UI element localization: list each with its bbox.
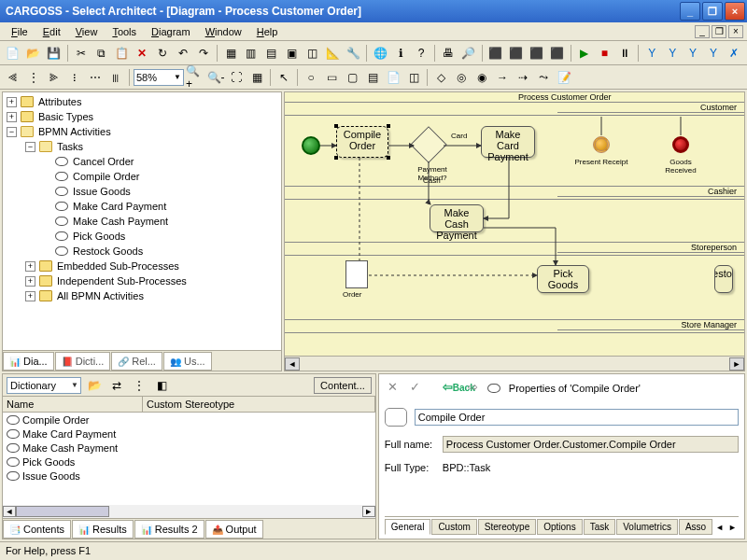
zoom-combo[interactable]: 58%▼ xyxy=(134,69,184,86)
dictionary-list[interactable]: Compile Order Make Card Payment Make Cas… xyxy=(3,413,375,505)
tree-item[interactable]: Cancel Order xyxy=(71,156,134,167)
obj-rrect[interactable]: ▢ xyxy=(343,68,361,87)
tree-mode-icon[interactable]: ⇄ xyxy=(107,376,126,395)
pointer-icon[interactable]: ↖ xyxy=(275,68,293,87)
obj-assoc[interactable]: ⤳ xyxy=(534,68,553,87)
copy-icon[interactable]: ⧉ xyxy=(92,44,111,63)
tab-output[interactable]: 📤 Output xyxy=(205,520,263,539)
gateway-payment-method[interactable] xyxy=(410,126,447,163)
find-icon[interactable]: 🔎 xyxy=(459,44,478,63)
forward-button[interactable]: ⇨ xyxy=(465,380,482,397)
close-button[interactable]: × xyxy=(725,2,745,21)
prop-tab-general[interactable]: General xyxy=(385,519,431,535)
tree-item[interactable]: Issue Goods xyxy=(71,186,131,197)
expand-icon[interactable]: + xyxy=(7,97,17,107)
list-mode-icon[interactable]: ⋮ xyxy=(130,376,148,395)
tree-item[interactable]: Compile Order xyxy=(71,171,140,182)
tabs-scroll-left[interactable]: ◄ xyxy=(713,523,726,532)
obj-seq[interactable]: → xyxy=(493,68,512,87)
start-event[interactable] xyxy=(302,136,320,155)
prop-tab-volumetrics[interactable]: Volumetrics xyxy=(616,519,678,535)
content-button[interactable]: Content... xyxy=(314,377,372,394)
tree-item[interactable]: Attributes xyxy=(36,96,81,107)
print-icon[interactable]: 🖶 xyxy=(439,44,458,63)
menu-tools[interactable]: Tools xyxy=(105,24,144,39)
tab-results2[interactable]: 📊 Results 2 xyxy=(134,520,204,539)
filter-y3[interactable]: Y xyxy=(684,44,702,63)
tree-item[interactable]: Embedded Sub-Processes xyxy=(55,260,179,272)
folder-up-icon[interactable]: 📂 xyxy=(85,376,104,395)
sim-c[interactable]: ⬛ xyxy=(528,44,546,63)
tree-item[interactable]: Restock Goods xyxy=(71,245,143,257)
globe-icon[interactable]: 🌐 xyxy=(371,44,389,63)
menu-window[interactable]: Window xyxy=(198,24,249,39)
expand-icon[interactable]: + xyxy=(7,112,17,122)
cancel-icon[interactable]: ✕ xyxy=(385,380,402,397)
col-stereo-header[interactable]: Custom Stereotype xyxy=(143,397,375,412)
new-icon[interactable]: 📄 xyxy=(4,44,22,63)
tree-item[interactable]: Pick Goods xyxy=(71,231,125,242)
delete-icon[interactable]: ✕ xyxy=(133,44,151,63)
diagram-canvas[interactable]: Process Customer Order Customer Cashier … xyxy=(285,92,744,356)
scroll-left-icon[interactable]: ◄ xyxy=(285,357,300,371)
obj-ev2[interactable]: ◉ xyxy=(472,68,491,87)
sim-b[interactable]: ⬛ xyxy=(507,44,526,63)
mdi-minimize[interactable]: _ xyxy=(695,25,710,38)
menu-view[interactable]: View xyxy=(68,24,106,39)
mdi-restore[interactable]: ❐ xyxy=(712,25,726,38)
align-mid-icon[interactable]: ⋯ xyxy=(86,68,105,87)
tab-contents[interactable]: 📑 Contents xyxy=(3,520,71,539)
end-event-goods-received[interactable] xyxy=(672,136,689,153)
tab-dictionary[interactable]: 📕 Dicti... xyxy=(55,352,111,371)
collapse-icon[interactable]: − xyxy=(7,127,17,137)
redo-icon[interactable]: ↷ xyxy=(194,44,213,63)
tab-diagrams[interactable]: 📊 Dia... xyxy=(3,352,54,371)
tree-item[interactable]: BPMN Activities xyxy=(36,126,111,137)
maximize-button[interactable]: ❐ xyxy=(702,2,723,21)
tool-d[interactable]: ▣ xyxy=(283,44,302,63)
dict-item[interactable]: Compile Order xyxy=(22,414,90,426)
obj-rect[interactable]: ▭ xyxy=(322,68,341,87)
menu-file[interactable]: File xyxy=(4,24,35,39)
menu-diagram[interactable]: Diagram xyxy=(144,24,198,39)
pause-icon[interactable]: ⏸ xyxy=(615,44,634,63)
stop-icon[interactable]: ■ xyxy=(595,44,613,63)
align-right-icon[interactable]: ⫸ xyxy=(45,68,63,87)
align-bot-icon[interactable]: ⫼ xyxy=(106,68,125,87)
info-icon[interactable]: ℹ xyxy=(391,44,410,63)
obj-ev1[interactable]: ◎ xyxy=(452,68,471,87)
tool-e[interactable]: ◫ xyxy=(303,44,322,63)
task-make-cash-payment[interactable]: Make Cash Payment xyxy=(430,204,484,232)
grid-icon[interactable]: ▦ xyxy=(247,68,266,87)
filter-icon[interactable]: ◧ xyxy=(152,376,171,395)
prop-tab-task[interactable]: Task xyxy=(584,519,616,535)
zoom-in-icon[interactable]: 🔍+ xyxy=(186,68,204,87)
prop-tab-asso[interactable]: Asso xyxy=(679,519,712,535)
mdi-close[interactable]: × xyxy=(728,25,743,38)
filter-y1[interactable]: Y xyxy=(642,44,661,63)
dict-item[interactable]: Make Card Payment xyxy=(22,428,116,440)
intermediate-event-present-receipt[interactable] xyxy=(593,136,610,153)
sim-a[interactable]: ⬛ xyxy=(486,44,505,63)
scroll-right-icon[interactable]: ► xyxy=(729,357,744,371)
accept-icon[interactable]: ✓ xyxy=(407,380,424,397)
tree-item[interactable]: Basic Types xyxy=(36,111,93,122)
dictionary-combo[interactable]: Dictionary xyxy=(7,377,81,394)
name-field[interactable]: Compile Order xyxy=(415,409,739,426)
tree-item[interactable]: All BPMN Activities xyxy=(55,290,144,301)
zoom-fit-icon[interactable]: ⛶ xyxy=(227,68,246,87)
obj-group[interactable]: ◫ xyxy=(404,68,423,87)
task-pick-goods[interactable]: Pick Goods xyxy=(537,265,589,293)
filter-y4[interactable]: Y xyxy=(704,44,723,63)
save-icon[interactable]: 💾 xyxy=(45,44,63,63)
tool-c[interactable]: ▤ xyxy=(262,44,281,63)
tab-users[interactable]: 👥 Us... xyxy=(163,352,212,371)
cut-icon[interactable]: ✂ xyxy=(72,44,91,63)
obj-note[interactable]: 📝 xyxy=(555,68,573,87)
task-compile-order[interactable]: Compile Order xyxy=(336,126,388,158)
obj-circle[interactable]: ○ xyxy=(302,68,320,87)
menu-edit[interactable]: Edit xyxy=(35,24,68,39)
zoom-out-icon[interactable]: 🔍- xyxy=(206,68,225,87)
filter-y2[interactable]: Y xyxy=(663,44,682,63)
tool-b[interactable]: ▥ xyxy=(242,44,261,63)
